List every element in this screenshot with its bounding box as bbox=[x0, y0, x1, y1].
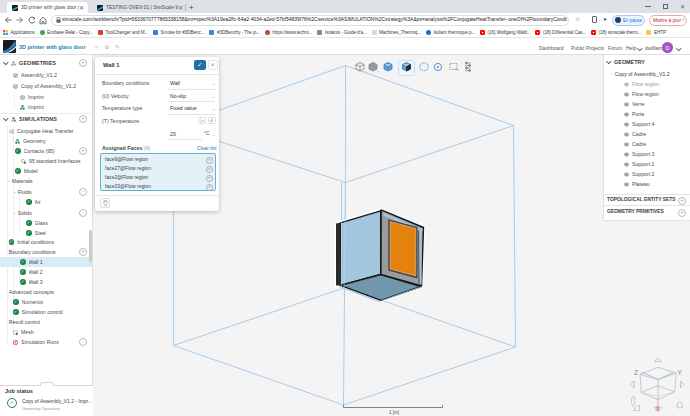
svg-text:1 [m]: 1 [m] bbox=[389, 410, 399, 415]
svg-text:Z: Z bbox=[634, 369, 638, 376]
svg-text:Y: Y bbox=[678, 369, 683, 376]
